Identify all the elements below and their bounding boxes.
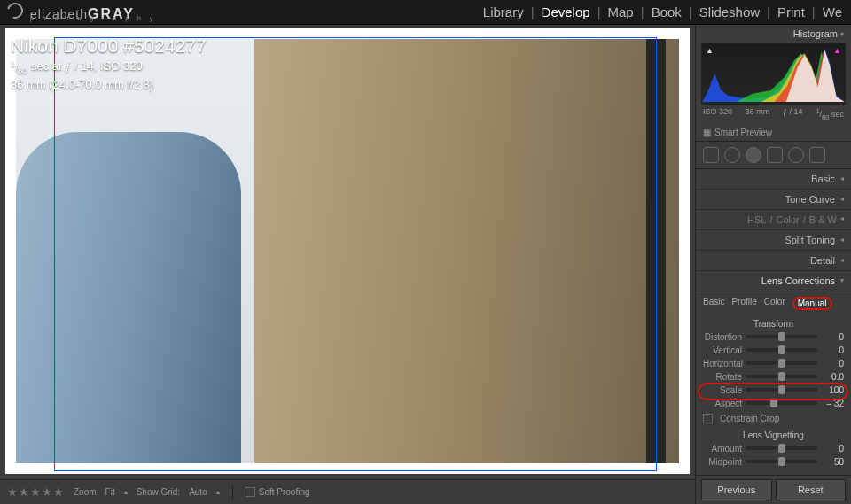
tool-strip	[696, 141, 851, 169]
panel-hsl[interactable]: HSL/Color/B & W◂	[696, 210, 851, 230]
crop-tool-icon[interactable]	[703, 147, 719, 163]
panel-tonecurve[interactable]: Tone Curve◂	[696, 190, 851, 210]
rating-stars[interactable]: ★★★★★	[7, 485, 65, 499]
showgrid-label: Show Grid:	[137, 487, 180, 497]
slider-thumb[interactable]	[778, 444, 785, 453]
slider-label: Amount	[703, 444, 742, 454]
slider-value: – 32	[821, 399, 844, 408]
module-develop[interactable]: Develop	[540, 4, 592, 19]
develop-panel: Histogram ▾ ▲ ▲ ISO 320 36 mm ƒ / 14 1/8…	[695, 25, 851, 504]
lens-line: 36 mm (24.0-70.0 mm f/2.8)	[11, 77, 207, 93]
module-book[interactable]: Book	[650, 4, 683, 19]
panel-lenscorrections[interactable]: Lens Corrections▾	[696, 271, 851, 291]
panel-basic[interactable]: Basic◂	[696, 169, 851, 190]
brand-logo: elizabethGRAY p h o t o g r a p h y	[7, 3, 135, 22]
module-print[interactable]: Print	[776, 4, 807, 19]
slider-thumb[interactable]	[778, 332, 785, 341]
histogram[interactable]: ▲ ▲	[701, 43, 846, 105]
chevron-up-icon[interactable]: ▴	[124, 488, 128, 496]
transform-aspect[interactable]: Aspect– 32	[696, 397, 851, 410]
image-frame	[5, 28, 690, 474]
slider-track[interactable]	[746, 446, 817, 450]
slider-label: Midpoint	[703, 457, 742, 467]
reset-button[interactable]: Reset	[776, 479, 847, 500]
radial-tool-icon[interactable]	[788, 147, 804, 163]
slider-value: 0	[821, 359, 844, 368]
brush-tool-icon[interactable]	[809, 147, 825, 163]
auto-label[interactable]: Auto	[189, 487, 207, 497]
slider-value: 50	[821, 457, 844, 467]
transform-vertical[interactable]: Vertical0	[696, 344, 851, 357]
transform-horizontal[interactable]: Horizontal0	[696, 357, 851, 370]
lc-tab-manual[interactable]: Manual	[792, 297, 832, 310]
redeye-tool-icon[interactable]	[746, 147, 761, 163]
panel-splittoning[interactable]: Split Toning◂	[696, 230, 851, 251]
slider-label: Vertical	[703, 345, 742, 355]
spot-tool-icon[interactable]	[724, 147, 740, 163]
image-info-overlay: Nikon D7000 #5024277 1/80 sec at ƒ / 14,…	[11, 34, 207, 92]
module-library[interactable]: Library	[481, 4, 526, 19]
slider-label: Distortion	[703, 332, 742, 342]
module-picker: Library| Develop| Map| Book| Slideshow| …	[481, 4, 844, 19]
slider-track[interactable]	[746, 361, 817, 365]
slider-label: Scale	[703, 385, 742, 395]
slider-track[interactable]	[746, 401, 817, 405]
exposure-line: 1/80 sec at ƒ / 14, ISO 320	[11, 58, 207, 76]
smart-preview-icon: ▦	[703, 128, 711, 137]
module-map[interactable]: Map	[606, 4, 636, 19]
transform-title: Transform	[696, 315, 851, 330]
brand-sub: p h o t o g r a p h y	[30, 15, 156, 21]
slider-label: Rotate	[703, 372, 742, 382]
slider-thumb[interactable]	[778, 457, 785, 466]
fit-label[interactable]: Fit	[105, 487, 115, 497]
lens-correction-tabs: Basic Profile Color Manual	[696, 291, 851, 315]
slider-thumb[interactable]	[778, 359, 785, 368]
histogram-footer: ISO 320 36 mm ƒ / 14 1/80 sec	[696, 105, 851, 124]
panel-detail[interactable]: Detail◂	[696, 251, 851, 271]
slider-value: 0	[821, 332, 844, 342]
zoom-label[interactable]: Zoom	[74, 487, 97, 497]
slider-thumb[interactable]	[778, 345, 785, 354]
transform-scale[interactable]: Scale100	[696, 384, 851, 397]
slider-track[interactable]	[746, 460, 817, 463]
previous-button[interactable]: Previous	[701, 479, 772, 500]
lc-tab-basic[interactable]: Basic	[703, 297, 724, 310]
slider-thumb[interactable]	[770, 399, 777, 407]
transform-rotate[interactable]: Rotate0.0	[696, 370, 851, 384]
slider-thumb[interactable]	[778, 372, 785, 381]
lc-tab-color[interactable]: Color	[764, 297, 785, 310]
slider-value: 0	[821, 345, 844, 355]
module-slideshow[interactable]: Slideshow	[698, 4, 761, 19]
gradient-tool-icon[interactable]	[767, 147, 783, 163]
vignette-title: Lens Vignetting	[696, 427, 851, 442]
slider-track[interactable]	[746, 375, 817, 378]
slider-track[interactable]	[746, 388, 817, 392]
slider-value: 0	[821, 444, 844, 454]
image	[16, 39, 679, 463]
vignette-midpoint[interactable]: Midpoint50	[696, 455, 851, 469]
toolstrip: ★★★★★ Zoom Fit▴ Show Grid: Auto▴ Soft Pr…	[0, 479, 695, 504]
constrain-crop[interactable]: Constrain Crop	[696, 410, 851, 427]
histogram-header[interactable]: Histogram ▾	[696, 25, 851, 43]
slider-thumb[interactable]	[778, 385, 785, 394]
aperture-icon	[4, 0, 27, 21]
transform-distortion[interactable]: Distortion0	[696, 330, 851, 344]
soft-proofing-toggle[interactable]: Soft Proofing	[246, 487, 310, 497]
camera-name: Nikon D7000 #5024277	[11, 34, 207, 58]
slider-value: 0.0	[821, 372, 844, 382]
vignette-amount[interactable]: Amount0	[696, 442, 851, 455]
module-web[interactable]: We	[821, 4, 844, 19]
slider-track[interactable]	[746, 348, 817, 352]
image-canvas[interactable]: Nikon D7000 #5024277 1/80 sec at ƒ / 14,…	[0, 25, 695, 479]
slider-label: Aspect	[703, 399, 742, 408]
slider-label: Horizontal	[703, 359, 742, 368]
lc-tab-profile[interactable]: Profile	[731, 297, 756, 310]
slider-track[interactable]	[746, 335, 817, 338]
chevron-up-icon[interactable]: ▴	[216, 488, 220, 496]
chevron-down-icon: ▾	[840, 30, 844, 38]
smart-preview: ▦Smart Preview	[696, 124, 851, 141]
slider-value: 100	[821, 385, 844, 395]
